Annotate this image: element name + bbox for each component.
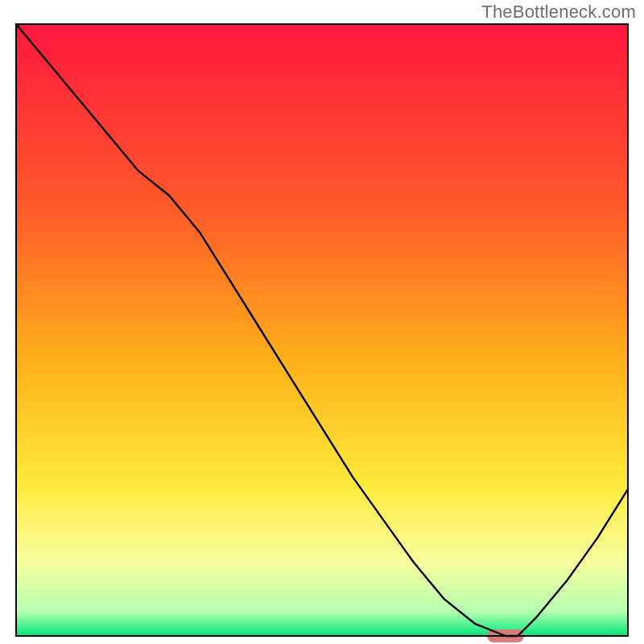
attribution-label: TheBottleneck.com bbox=[481, 2, 636, 23]
gradient-background bbox=[16, 24, 628, 636]
bottleneck-chart bbox=[0, 0, 644, 644]
chart-container: TheBottleneck.com bbox=[0, 0, 644, 644]
